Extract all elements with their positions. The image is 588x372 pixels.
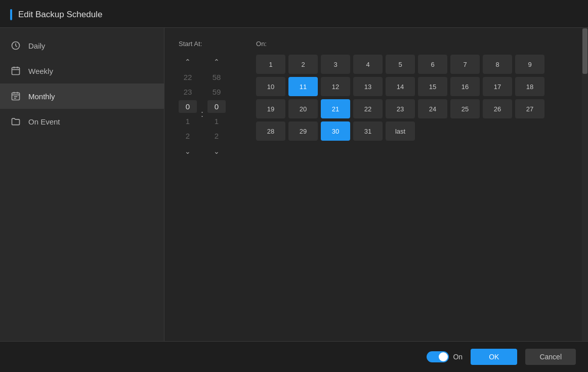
sidebar-label-weekly: Weekly <box>28 67 53 75</box>
sidebar: Daily Weekly <box>0 28 164 341</box>
sidebar-item-daily[interactable]: Daily <box>0 33 164 58</box>
day-button-23[interactable]: 23 <box>386 99 415 118</box>
day-button-2[interactable]: 2 <box>288 55 318 74</box>
day-button-31[interactable]: 31 <box>353 121 383 141</box>
sidebar-item-weekly[interactable]: Weekly <box>0 58 164 84</box>
time-picker: ⌃ 22 23 0 1 2 ⌄ : ⌃ 58 <box>179 55 226 158</box>
day-button-24[interactable]: 24 <box>418 99 447 118</box>
hour-minus1: 23 <box>179 86 197 98</box>
day-button-12[interactable]: 12 <box>321 77 350 96</box>
day-button-21[interactable]: 21 <box>321 99 350 118</box>
sidebar-label-monthly: Monthly <box>28 92 55 101</box>
time-colon: : <box>201 94 203 119</box>
day-button-6[interactable]: 6 <box>418 55 447 74</box>
day-button-last[interactable]: last <box>386 121 415 141</box>
day-button-7[interactable]: 7 <box>450 55 480 74</box>
day-button-28[interactable]: 28 <box>256 121 285 141</box>
on-label: On: <box>256 40 568 48</box>
content-panel: Start At: ⌃ 22 23 0 1 2 ⌄ : <box>164 28 582 341</box>
toggle-container: On <box>427 351 463 362</box>
hour-plus1: 1 <box>179 115 197 128</box>
day-button-29[interactable]: 29 <box>288 121 318 141</box>
toggle-knob <box>439 352 448 361</box>
minutes-column: ⌃ 58 59 0 1 2 ⌄ <box>207 55 226 158</box>
day-button-30[interactable]: 30 <box>321 121 350 141</box>
hour-up-button[interactable]: ⌃ <box>179 55 197 69</box>
folder-icon <box>10 116 21 127</box>
day-button-16[interactable]: 16 <box>450 77 480 96</box>
hour-down-button[interactable]: ⌄ <box>179 144 197 158</box>
day-button-13[interactable]: 13 <box>353 77 383 96</box>
main-content: Daily Weekly <box>0 28 588 341</box>
sidebar-item-monthly[interactable]: Monthly <box>0 84 164 109</box>
day-button-11[interactable]: 11 <box>288 77 318 96</box>
top-section: Start At: ⌃ 22 23 0 1 2 ⌄ : <box>179 40 568 158</box>
day-button-17[interactable]: 17 <box>483 77 512 96</box>
day-button-1[interactable]: 1 <box>256 55 285 74</box>
sidebar-label-daily: Daily <box>28 42 45 50</box>
day-button-19[interactable]: 19 <box>256 99 285 118</box>
dialog-title: Edit Backup Schedule <box>18 10 102 20</box>
minute-current[interactable]: 0 <box>207 100 226 113</box>
day-button-4[interactable]: 4 <box>353 55 383 74</box>
sidebar-item-on-event[interactable]: On Event <box>0 109 164 134</box>
scrollbar-track[interactable] <box>582 28 588 341</box>
title-accent <box>10 9 12 20</box>
minute-minus1: 59 <box>207 86 226 98</box>
minute-plus2: 2 <box>207 130 226 142</box>
hour-current[interactable]: 0 <box>179 100 197 113</box>
minute-up-button[interactable]: ⌃ <box>207 55 226 69</box>
dialog-container: Edit Backup Schedule Daily <box>0 0 588 372</box>
day-button-25[interactable]: 25 <box>450 99 480 118</box>
day-grid: 1234567891011121314151617181920212223242… <box>256 55 568 141</box>
day-button-18[interactable]: 18 <box>515 77 544 96</box>
calendar-week-icon <box>10 65 21 76</box>
day-button-14[interactable]: 14 <box>386 77 415 96</box>
day-button-9[interactable]: 9 <box>515 55 544 74</box>
svg-rect-1 <box>12 67 20 74</box>
toggle-label: On <box>453 353 463 361</box>
days-area: On: 123456789101112131415161718192021222… <box>256 40 568 158</box>
hour-plus2: 2 <box>179 130 197 142</box>
day-button-5[interactable]: 5 <box>386 55 415 74</box>
ok-button[interactable]: OK <box>471 349 517 365</box>
title-bar: Edit Backup Schedule <box>0 0 588 28</box>
start-at-label: Start At: <box>179 40 226 48</box>
day-button-20[interactable]: 20 <box>288 99 318 118</box>
cancel-button[interactable]: Cancel <box>525 349 576 365</box>
day-button-3[interactable]: 3 <box>321 55 350 74</box>
day-button-15[interactable]: 15 <box>418 77 447 96</box>
bottom-bar: On OK Cancel <box>0 341 588 372</box>
day-button-27[interactable]: 27 <box>515 99 544 118</box>
day-button-22[interactable]: 22 <box>353 99 383 118</box>
calendar-month-icon <box>10 91 21 102</box>
hour-minus2: 22 <box>179 71 197 84</box>
clock-icon <box>10 40 21 51</box>
on-off-toggle[interactable] <box>427 351 449 362</box>
day-button-26[interactable]: 26 <box>483 99 512 118</box>
minute-minus2: 58 <box>207 71 226 84</box>
day-button-10[interactable]: 10 <box>256 77 285 96</box>
minute-plus1: 1 <box>207 115 226 128</box>
minute-down-button[interactable]: ⌄ <box>207 144 226 158</box>
time-picker-area: Start At: ⌃ 22 23 0 1 2 ⌄ : <box>179 40 226 158</box>
scrollbar-thumb[interactable] <box>582 28 587 74</box>
hours-column: ⌃ 22 23 0 1 2 ⌄ <box>179 55 197 158</box>
sidebar-label-on-event: On Event <box>28 117 60 126</box>
day-button-8[interactable]: 8 <box>483 55 512 74</box>
